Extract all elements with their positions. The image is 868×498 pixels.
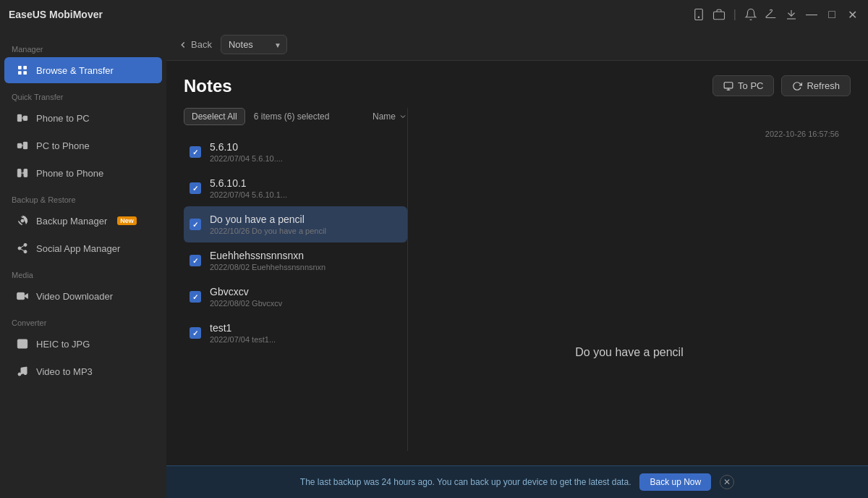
section-manager: Manager (0, 36, 166, 56)
note-subtitle-3: 2022/10/26 Do you have a pencil (210, 227, 401, 235)
sidebar-item-label: Video to MP3 (36, 366, 93, 377)
note-info-1: 5.6.10 2022/07/04 5.6.10.... (210, 141, 401, 163)
svg-rect-15 (17, 169, 21, 177)
briefcase-icon[interactable] (712, 7, 726, 22)
note-item-2[interactable]: 5.6.10.1 2022/07/04 5.6.10.1... (184, 170, 407, 206)
svg-point-29 (24, 372, 27, 375)
svg-marker-24 (25, 294, 28, 299)
sidebar-item-label: HEIC to JPG (36, 339, 90, 350)
svg-point-18 (21, 219, 24, 222)
download-icon[interactable] (784, 7, 799, 22)
section-converter: Converter (0, 310, 166, 330)
phone-to-pc-icon (16, 111, 29, 124)
sidebar-item-phone-to-pc[interactable]: Phone to PC (4, 105, 162, 131)
svg-rect-6 (23, 66, 27, 69)
bottom-bar: The last backup was 24 hours ago. You ca… (166, 465, 868, 498)
sort-label: Name (373, 111, 396, 122)
deselect-all-button[interactable]: Deselect All (184, 108, 245, 125)
social-icon (16, 242, 29, 255)
device-icon[interactable] (692, 7, 706, 22)
list-toolbar: Deselect All 6 items (6) selected Name (184, 108, 407, 125)
svg-rect-0 (695, 9, 703, 20)
category-select-wrap[interactable]: Notes Contacts Photos Music Videos Apps … (221, 35, 287, 54)
note-checkbox-1[interactable] (190, 146, 201, 158)
sidebar-item-browse-transfer[interactable]: Browse & Transfer (4, 57, 162, 83)
phone-to-phone-icon (16, 166, 29, 180)
note-item-5[interactable]: Gbvcxcv 2022/08/02 Gbvcxcv (184, 279, 407, 315)
detail-body: Do you have a pencil (575, 346, 683, 359)
note-subtitle-5: 2022/08/02 Gbvcxcv (210, 299, 401, 308)
note-checkbox-3[interactable] (190, 219, 201, 230)
detail-content: Do you have a pencil (575, 254, 683, 451)
title-bar-icons: | — □ ✕ (692, 7, 859, 22)
refresh-label: Refresh (807, 80, 840, 91)
sidebar-item-social-app-manager[interactable]: Social App Manager (4, 235, 162, 261)
content-main: Notes To PC Refresh (166, 61, 868, 465)
note-subtitle-6: 2022/07/04 test1... (210, 335, 401, 344)
heic-icon (16, 337, 29, 350)
sidebar-item-video-downloader[interactable]: Video Downloader (4, 283, 162, 309)
note-checkbox-2[interactable] (190, 182, 201, 194)
refresh-button[interactable]: Refresh (781, 75, 851, 96)
main-split: Deselect All 6 items (6) selected Name (184, 108, 851, 451)
grid-icon (16, 64, 29, 77)
sidebar-item-label: Social App Manager (36, 243, 120, 254)
backup-icon (16, 214, 29, 227)
content-topbar: Back Notes Contacts Photos Music Videos … (166, 29, 868, 61)
note-item-6[interactable]: test1 2022/07/04 test1... (184, 315, 407, 351)
hanger-icon[interactable] (764, 7, 778, 22)
sidebar-item-phone-to-phone[interactable]: Phone to Phone (4, 160, 162, 186)
svg-point-20 (18, 247, 21, 250)
note-title-1: 5.6.10 (210, 141, 401, 153)
svg-point-19 (24, 243, 27, 246)
svg-rect-9 (17, 114, 21, 121)
content-header: Notes To PC Refresh (184, 75, 851, 96)
note-title-4: Euehhehssnsnnsnxn (210, 250, 401, 261)
svg-rect-25 (17, 292, 25, 299)
category-select[interactable]: Notes Contacts Photos Music Videos Apps (221, 35, 287, 54)
note-info-5: Gbvcxcv 2022/08/02 Gbvcxcv (210, 286, 401, 308)
sidebar-item-label: PC to Phone (36, 140, 90, 151)
minimize-button[interactable]: — (804, 7, 819, 22)
sort-button[interactable]: Name (373, 111, 407, 122)
note-info-2: 5.6.10.1 2022/07/04 5.6.10.1... (210, 177, 401, 199)
maximize-button[interactable]: □ (825, 7, 839, 22)
backup-now-button[interactable]: Back up Now (639, 473, 711, 491)
close-button[interactable]: ✕ (845, 7, 859, 22)
section-media: Media (0, 262, 166, 282)
sidebar-item-backup-manager[interactable]: Backup Manager New (4, 208, 162, 234)
note-subtitle-4: 2022/08/02 Euehhehssnsnnsnxn (210, 263, 401, 271)
svg-line-22 (21, 249, 25, 251)
notes-list: 5.6.10 2022/07/04 5.6.10.... 5.6.10.1 20… (184, 134, 407, 351)
bottom-bar-message: The last backup was 24 hours ago. You ca… (300, 477, 631, 487)
app-body: Manager Browse & Transfer Quick Transfer… (0, 29, 868, 498)
svg-point-21 (24, 250, 27, 253)
note-subtitle-1: 2022/07/04 5.6.10.... (210, 154, 401, 163)
sidebar-item-heic-to-jpg[interactable]: HEIC to JPG (4, 331, 162, 357)
app-title: EaseUS MobiMover (9, 9, 103, 20)
sidebar-item-label: Browse & Transfer (36, 65, 114, 76)
svg-line-23 (21, 245, 25, 248)
svg-point-28 (18, 373, 21, 376)
note-title-2: 5.6.10.1 (210, 177, 401, 189)
note-item-4[interactable]: Euehhehssnsnnsnxn 2022/08/02 Euehhehssns… (184, 242, 407, 279)
note-title-3: Do you have a pencil (210, 214, 401, 225)
content-area: Back Notes Contacts Photos Music Videos … (166, 29, 868, 498)
note-checkbox-5[interactable] (190, 291, 201, 303)
video-icon (16, 290, 29, 303)
note-checkbox-6[interactable] (190, 327, 201, 339)
note-item-3[interactable]: Do you have a pencil 2022/10/26 Do you h… (184, 206, 407, 242)
note-item-1[interactable]: 5.6.10 2022/07/04 5.6.10.... (184, 134, 407, 170)
sidebar-item-video-to-mp3[interactable]: Video to MP3 (4, 358, 162, 384)
pc-to-phone-icon (16, 139, 29, 152)
music-icon (16, 365, 29, 378)
close-notification-button[interactable]: ✕ (720, 475, 734, 489)
section-backup: Backup & Restore (0, 187, 166, 207)
back-button[interactable]: Back (178, 39, 212, 50)
note-checkbox-4[interactable] (190, 255, 201, 266)
bell-icon[interactable] (744, 7, 758, 22)
selection-info: 6 items (6) selected (254, 111, 330, 122)
list-panel: Deselect All 6 items (6) selected Name (184, 108, 408, 451)
to-pc-button[interactable]: To PC (712, 75, 774, 96)
sidebar-item-pc-to-phone[interactable]: PC to Phone (4, 132, 162, 159)
